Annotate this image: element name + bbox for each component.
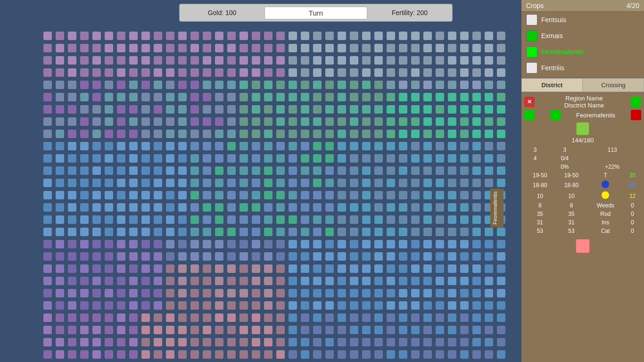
- crop-item-0[interactable]: Fentsuis: [521, 12, 644, 28]
- crop-name-1: Exmais: [541, 32, 563, 40]
- dyn-stat-label-4: Rod: [587, 210, 624, 218]
- tabs-bar: District Crossing: [521, 78, 644, 92]
- stats-table: 3 3 113 4 0/4 0% +22%: [524, 146, 641, 171]
- dyn-stat-row-2: 10 10 12: [524, 190, 641, 201]
- bottom-action-button[interactable]: [576, 239, 590, 253]
- crop-list: Fentsuis Exmais Feoremafentis Fentriiis: [521, 12, 644, 76]
- map-area[interactable]: [0, 0, 519, 362]
- dyn-stat-label-1: [587, 180, 624, 190]
- dyn-stat-left-0: 19-50: [524, 171, 556, 180]
- crops-title: Crops: [526, 2, 544, 9]
- dyn-stat-val-2: 12: [624, 190, 641, 201]
- side-label: Feoremafentis: [490, 189, 504, 227]
- region-header: ✕ Region Name Disctrict Name: [524, 95, 641, 109]
- crop-name-3: Fentriiis: [541, 64, 564, 72]
- info-panel: ✕ Region Name Disctrict Name Feoremafent…: [521, 92, 644, 362]
- dyn-stat-mid-4: 35: [556, 210, 587, 218]
- dyn-stat-val-5: 0: [624, 218, 641, 227]
- crop-color-2: [526, 46, 537, 58]
- dyn-stat-mid-2: 10: [556, 190, 587, 201]
- dyn-stat-left-1: 18-80: [524, 180, 556, 190]
- region-names: Region Name Disctrict Name: [537, 95, 631, 109]
- close-button[interactable]: ✕: [524, 97, 535, 107]
- dyn-stat-label-0: T: [587, 171, 624, 180]
- dyn-stat-left-2: 10: [524, 190, 556, 201]
- stat-mid-1: 0/4: [546, 154, 583, 163]
- dyn-stat-left-4: 35: [524, 210, 556, 218]
- stat-row-1: 4 0/4: [524, 154, 641, 163]
- region-name: Region Name: [537, 95, 631, 102]
- feo-red-indicator: [631, 110, 641, 120]
- crop-name-2: Feoremafentis: [541, 48, 583, 56]
- dyn-stat-row-0: 19-50 19-50 T 35: [524, 171, 641, 180]
- dyn-stat-row-5: 31 31 Ins 0: [524, 218, 641, 227]
- feo-name: Feoremafentis: [576, 112, 615, 119]
- dyn-stat-mid-5: 31: [556, 218, 587, 227]
- dyn-stat-mid-0: 19-50: [556, 171, 587, 180]
- district-name: Disctrict Name: [537, 102, 631, 109]
- dyn-stat-label-3: Weeds: [587, 201, 624, 210]
- dyn-stat-mid-3: 8: [556, 201, 587, 210]
- dyn-stat-mid-6: 53: [556, 227, 587, 235]
- dyn-stat-row-1: 18-80 18-80 88: [524, 180, 641, 190]
- dyn-stat-val-0: 35: [624, 171, 641, 180]
- dyn-stat-row-6: 53 53 Cat 0: [524, 227, 641, 235]
- feo-mid-indicator: [550, 110, 561, 120]
- dyn-stat-val-6: 0: [624, 227, 641, 235]
- dyn-stat-row-4: 35 35 Rod 0: [524, 210, 641, 218]
- right-panel: Crops 4/20 Fentsuis Exmais Feoremafentis…: [521, 0, 644, 362]
- stat-left-1: 4: [524, 154, 546, 163]
- dyn-stat-mid-1: 18-80: [556, 180, 587, 190]
- dyn-stat-label-5: Ins: [587, 218, 624, 227]
- crops-header: Crops 4/20: [521, 0, 644, 12]
- stat-right-0: 113: [584, 146, 641, 154]
- crop-small-box: [576, 122, 589, 135]
- feo-left-indicator: [524, 110, 535, 120]
- crop-icon-area: 144/180: [524, 122, 641, 144]
- crop-color-3: [526, 62, 537, 74]
- pct-row: 0% +22%: [524, 163, 641, 171]
- crop-item-3[interactable]: Fentriiis: [521, 60, 644, 76]
- stat-row-0: 3 3 113: [524, 146, 641, 154]
- dyn-stat-val-3: 0: [624, 201, 641, 210]
- crop-color-1: [526, 30, 537, 41]
- map-canvas[interactable]: [0, 28, 519, 362]
- pct-bonus: +22%: [584, 163, 641, 171]
- dyn-stat-val-1: 88: [624, 180, 641, 190]
- dyn-stat-row-3: 8 8 Weeds 0: [524, 201, 641, 210]
- feo-row: Feoremafentis: [524, 110, 641, 120]
- dynamic-stats-table: 19-50 19-50 T 35 18-80 18-80 88 10 10 12…: [524, 171, 641, 235]
- dyn-stat-val-4: 0: [624, 210, 641, 218]
- crop-item-2[interactable]: Feoremafentis: [521, 44, 644, 60]
- capacity-text: 144/180: [572, 137, 594, 144]
- stat-mid-0: 3: [546, 146, 583, 154]
- dyn-stat-label-2: [587, 190, 624, 201]
- dyn-stat-left-3: 8: [524, 201, 556, 210]
- region-green-indicator: [631, 97, 641, 107]
- stat-left-0: 3: [524, 146, 546, 154]
- dyn-stat-left-5: 31: [524, 218, 556, 227]
- crop-name-0: Fentsuis: [541, 16, 566, 24]
- side-label-text: Feoremafentis: [492, 191, 498, 224]
- dyn-stat-left-6: 53: [524, 227, 556, 235]
- crop-color-0: [526, 14, 537, 25]
- crop-item-1[interactable]: Exmais: [521, 28, 644, 44]
- tab-district[interactable]: District: [521, 78, 583, 92]
- pct-base: 0%: [546, 163, 583, 171]
- crops-count: 4/20: [627, 2, 639, 9]
- dyn-stat-label-6: Cat: [587, 227, 624, 235]
- tab-crossing[interactable]: Crossing: [583, 78, 644, 92]
